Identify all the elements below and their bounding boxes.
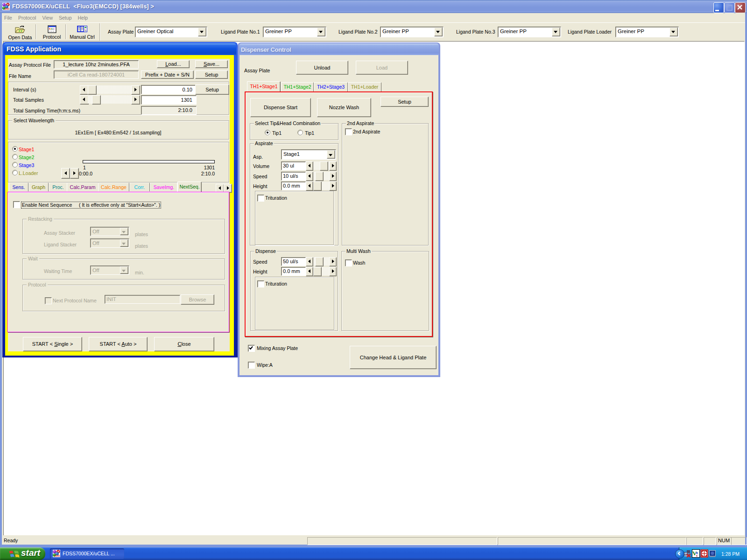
svg-text:c: c [696, 553, 698, 558]
svg-text:FDSS: FDSS [4, 7, 9, 10]
svg-text:FDSS: FDSS [54, 554, 60, 557]
